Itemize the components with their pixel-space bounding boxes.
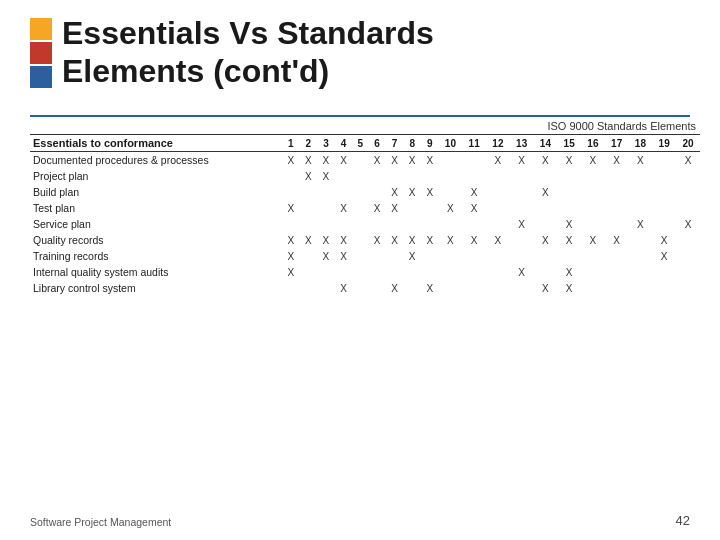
cell-1-16: [605, 168, 629, 184]
cell-3-8: [421, 200, 439, 216]
cell-1-10: [462, 168, 486, 184]
row-label: Documented procedures & processes: [30, 152, 282, 169]
cell-4-13: [534, 216, 558, 232]
cell-8-12: [510, 280, 534, 296]
cell-2-6: X: [386, 184, 404, 200]
cell-7-18: [652, 264, 676, 280]
cell-5-18: X: [652, 232, 676, 248]
cell-8-8: X: [421, 280, 439, 296]
table-row: Documented procedures & processesXXXXXXX…: [30, 152, 700, 169]
col-9: 9: [421, 135, 439, 152]
cell-3-19: [676, 200, 700, 216]
cell-6-9: [439, 248, 463, 264]
cell-3-12: [510, 200, 534, 216]
cell-4-2: [317, 216, 335, 232]
cell-8-13: X: [534, 280, 558, 296]
cell-0-3: X: [335, 152, 353, 169]
table-row: Library control systemXXXXX: [30, 280, 700, 296]
cell-6-17: [629, 248, 653, 264]
cell-3-6: X: [386, 200, 404, 216]
cell-6-15: [581, 248, 605, 264]
table-body: Documented procedures & processesXXXXXXX…: [30, 152, 700, 297]
col-20: 20: [676, 135, 700, 152]
cell-4-14: X: [557, 216, 581, 232]
col-16: 16: [581, 135, 605, 152]
cell-6-5: [368, 248, 386, 264]
cell-3-7: [403, 200, 421, 216]
cell-4-4: [352, 216, 368, 232]
cell-5-14: X: [557, 232, 581, 248]
cell-5-15: X: [581, 232, 605, 248]
cell-1-19: [676, 168, 700, 184]
cell-0-17: X: [629, 152, 653, 169]
cell-8-11: [486, 280, 510, 296]
col-3: 3: [317, 135, 335, 152]
cell-1-13: [534, 168, 558, 184]
cell-3-2: [317, 200, 335, 216]
cell-4-1: [300, 216, 318, 232]
cell-2-15: [581, 184, 605, 200]
cell-5-8: X: [421, 232, 439, 248]
cell-4-15: [581, 216, 605, 232]
content-area: ISO 9000 Standards Elements Essentials t…: [30, 120, 700, 296]
cell-1-1: X: [300, 168, 318, 184]
cell-5-4: [352, 232, 368, 248]
cell-7-19: [676, 264, 700, 280]
cell-5-3: X: [335, 232, 353, 248]
col-15: 15: [557, 135, 581, 152]
cell-4-5: [368, 216, 386, 232]
cell-0-8: X: [421, 152, 439, 169]
footer-left: Software Project Management: [30, 516, 171, 528]
deco-blue: [30, 66, 52, 88]
row-label: Library control system: [30, 280, 282, 296]
cell-1-9: [439, 168, 463, 184]
cell-5-6: X: [386, 232, 404, 248]
cell-5-2: X: [317, 232, 335, 248]
col-5: 5: [352, 135, 368, 152]
cell-3-15: [581, 200, 605, 216]
cell-4-17: X: [629, 216, 653, 232]
cell-6-8: [421, 248, 439, 264]
cell-2-13: X: [534, 184, 558, 200]
cell-2-5: [368, 184, 386, 200]
cell-0-16: X: [605, 152, 629, 169]
cell-7-7: [403, 264, 421, 280]
table-header-row: Essentials to conformance 1 2 3 4 5 6 7 …: [30, 135, 700, 152]
cell-0-18: [652, 152, 676, 169]
cell-4-10: [462, 216, 486, 232]
cell-4-8: [421, 216, 439, 232]
cell-8-15: [581, 280, 605, 296]
cell-4-3: [335, 216, 353, 232]
cell-3-18: [652, 200, 676, 216]
cell-0-11: X: [486, 152, 510, 169]
cell-7-1: [300, 264, 318, 280]
cell-0-15: X: [581, 152, 605, 169]
decorative-squares: [30, 18, 58, 90]
cell-7-15: [581, 264, 605, 280]
cell-8-19: [676, 280, 700, 296]
cell-1-7: [403, 168, 421, 184]
cell-2-16: [605, 184, 629, 200]
col-7: 7: [386, 135, 404, 152]
iso-header: ISO 9000 Standards Elements: [30, 120, 700, 132]
cell-8-18: [652, 280, 676, 296]
cell-6-12: [510, 248, 534, 264]
cell-6-19: [676, 248, 700, 264]
cell-1-18: [652, 168, 676, 184]
cell-2-10: X: [462, 184, 486, 200]
table-row: Training recordsXXXXX: [30, 248, 700, 264]
cell-7-3: [335, 264, 353, 280]
cell-8-2: [317, 280, 335, 296]
cell-2-17: [629, 184, 653, 200]
cell-7-9: [439, 264, 463, 280]
cell-2-11: [486, 184, 510, 200]
col-17: 17: [605, 135, 629, 152]
col-header-label: Essentials to conformance: [30, 135, 282, 152]
cell-6-1: [300, 248, 318, 264]
cell-8-14: X: [557, 280, 581, 296]
cell-8-10: [462, 280, 486, 296]
cell-1-15: [581, 168, 605, 184]
cell-7-0: X: [282, 264, 300, 280]
cell-1-3: [335, 168, 353, 184]
cell-1-4: [352, 168, 368, 184]
